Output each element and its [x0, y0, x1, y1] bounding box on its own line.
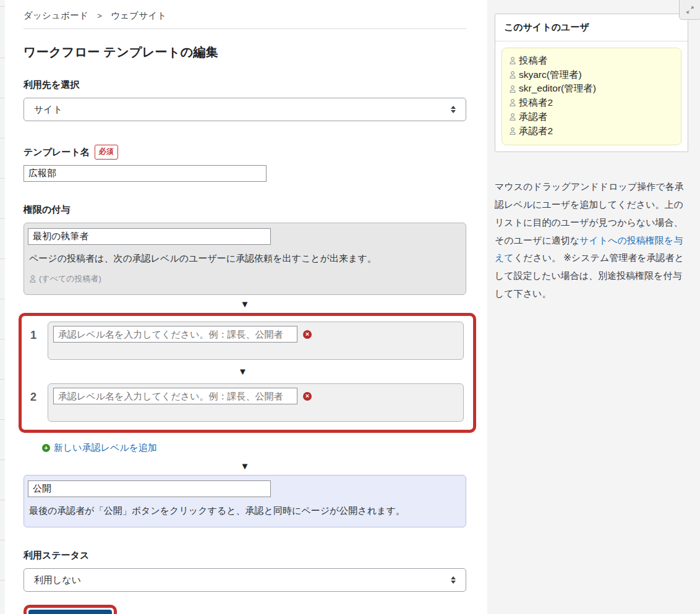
add-approval-level-link[interactable]: + 新しい承認レベルを追加	[42, 442, 466, 454]
flow-arrow-icon: ▼	[23, 299, 466, 309]
publish-step-box[interactable]: 最後の承認者が「公開」ボタンをクリックすると、承認と同時にページが公開されます。	[23, 475, 466, 527]
breadcrumb-divider	[23, 28, 466, 29]
user-name: skyarc(管理者)	[519, 68, 582, 82]
save-settings-button[interactable]: 設定を保存 (s)	[28, 610, 112, 614]
user-item[interactable]: 承認者	[510, 110, 673, 124]
user-name: 投稿者2	[519, 96, 553, 110]
approval-level-2-name-input[interactable]	[53, 388, 297, 404]
site-users-list: 投稿者 skyarc(管理者) skr_editor(管理者) 投稿者2 承認者	[502, 48, 681, 145]
target-select[interactable]: サイト	[23, 98, 466, 121]
breadcrumb-dashboard[interactable]: ダッシュボード	[23, 11, 88, 20]
select-arrows-icon	[451, 576, 456, 584]
approval-level-2-row: 2 ×	[22, 383, 464, 422]
site-users-panel-body: 投稿者 skyarc(管理者) skr_editor(管理者) 投稿者2 承認者	[495, 41, 688, 151]
user-icon	[510, 113, 516, 121]
user-icon	[510, 71, 516, 79]
user-item[interactable]: 投稿者2	[510, 96, 673, 110]
breadcrumb: ダッシュボード > ウェブサイト	[23, 10, 466, 22]
required-badge: 必須	[95, 145, 118, 160]
site-users-panel-title: このサイトのユーザ	[495, 14, 688, 41]
flow-arrow-icon: ▼	[23, 461, 466, 471]
underlying-list-edge	[0, 0, 5, 614]
user-name: skr_editor(管理者)	[519, 82, 596, 96]
note-text-after: ください。 ※システム管理者を承認者として設定したい場合は、別途投稿権限を付与し…	[495, 252, 684, 299]
approval-level-1-dropzone[interactable]: ×	[48, 322, 464, 360]
right-sidebar: このサイトのユーザ 投稿者 skyarc(管理者) skr_editor(管理者…	[487, 0, 700, 614]
target-select-value: サイト	[34, 104, 62, 116]
user-icon	[510, 57, 516, 64]
add-approval-level-label: 新しい承認レベルを追加	[54, 442, 157, 454]
first-author-box[interactable]: ページの投稿者は、次の承認レベルのユーザーに承認依頼を出すことが出来ます。 (す…	[23, 223, 466, 295]
breadcrumb-website[interactable]: ウェブサイト	[111, 11, 166, 20]
select-arrows-icon	[451, 106, 456, 113]
permission-label: 権限の付与	[23, 204, 466, 216]
approval-level-1-row: 1 ×	[22, 322, 464, 360]
status-select-value: 利用しない	[34, 574, 81, 586]
template-name-label-row: テンプレート名 必須	[23, 145, 466, 160]
page-title: ワークフロー テンプレートの編集	[23, 44, 466, 61]
first-author-description: ページの投稿者は、次の承認レベルのユーザーに承認依頼を出すことが出来ます。	[29, 253, 459, 265]
remove-level-1-icon[interactable]: ×	[303, 330, 312, 339]
user-item[interactable]: skr_editor(管理者)	[510, 82, 673, 96]
flow-arrow-icon: ▼	[22, 367, 464, 376]
template-name-input[interactable]	[23, 165, 267, 182]
user-item[interactable]: 承認者2	[510, 124, 673, 139]
first-author-members: (すべての投稿者)	[30, 273, 459, 284]
remove-level-2-icon[interactable]: ×	[303, 392, 312, 401]
add-icon[interactable]: +	[42, 444, 50, 452]
target-label: 利用先を選択	[23, 79, 466, 91]
status-select[interactable]: 利用しない	[23, 568, 466, 592]
status-label: 利用ステータス	[23, 550, 466, 561]
publish-step-input[interactable]	[28, 480, 271, 497]
user-name: 承認者2	[519, 124, 553, 139]
sidebar-help-note: マウスのドラッグアンドドロップ操作で各承認レベルにユーザを追加してください。上の…	[495, 178, 688, 303]
user-icon	[30, 275, 36, 283]
approval-level-1-number: 1	[22, 322, 48, 342]
approval-level-2-dropzone[interactable]: ×	[48, 383, 464, 422]
user-name: 承認者	[519, 110, 548, 124]
user-item[interactable]: 投稿者	[510, 54, 673, 68]
user-name: 投稿者	[519, 54, 548, 68]
diagonal-resize-icon	[686, 6, 694, 14]
user-icon	[510, 127, 516, 135]
user-icon	[510, 99, 516, 106]
publish-step-description: 最後の承認者が「公開」ボタンをクリックすると、承認と同時にページが公開されます。	[29, 505, 459, 517]
site-users-panel: このサイトのユーザ 投稿者 skyarc(管理者) skr_editor(管理者…	[495, 14, 688, 152]
approval-level-2-number: 2	[22, 383, 48, 404]
breadcrumb-separator: >	[97, 11, 102, 20]
main-content: ダッシュボード > ウェブサイト ワークフロー テンプレートの編集 利用先を選択…	[5, 0, 487, 614]
template-name-label: テンプレート名	[23, 147, 90, 158]
user-item[interactable]: skyarc(管理者)	[510, 68, 673, 82]
approval-level-1-name-input[interactable]	[53, 326, 297, 343]
approval-levels-highlight: 1 × ▼ 2 ×	[19, 313, 476, 433]
first-author-members-label: (すべての投稿者)	[39, 273, 101, 284]
collapse-widget-button[interactable]	[679, 0, 700, 20]
user-icon	[510, 85, 516, 93]
save-button-highlight: 設定を保存 (s)	[23, 605, 117, 614]
first-author-input[interactable]	[28, 228, 271, 245]
